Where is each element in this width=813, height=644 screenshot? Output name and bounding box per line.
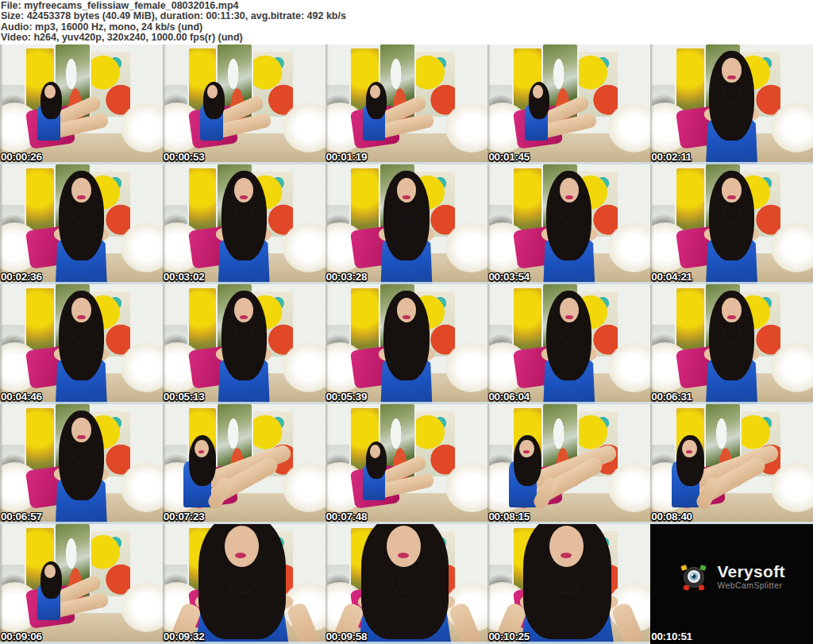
fluffy-pillow-right bbox=[283, 222, 325, 272]
frame-left-edge bbox=[650, 164, 653, 284]
logo-brand-text: Verysoft bbox=[717, 563, 784, 580]
fluffy-pillow-right bbox=[283, 462, 325, 512]
lips-shape bbox=[403, 195, 410, 199]
video-thumbnail: 00:01:45 bbox=[487, 44, 650, 164]
frame-left-edge bbox=[0, 44, 3, 164]
video-thumbnail: 00:05:39 bbox=[326, 284, 488, 404]
fluffy-pillow-right bbox=[283, 102, 325, 152]
timestamp-overlay: 00:05:13 bbox=[164, 391, 205, 403]
frame-left-edge bbox=[326, 284, 329, 404]
timestamp-overlay: 00:00:53 bbox=[164, 151, 205, 163]
file-name-line: File: myfreecams_felissiaw_female_080320… bbox=[1, 1, 813, 11]
video-thumbnail: 00:03:54 bbox=[487, 164, 650, 284]
frame-left-edge bbox=[650, 44, 653, 164]
necklace-shape bbox=[722, 211, 741, 223]
video-thumbnail: 00:06:31 bbox=[650, 284, 813, 404]
frame-left-edge bbox=[650, 404, 653, 524]
video-thumbnail: 00:09:32 bbox=[163, 524, 326, 644]
frame-left-edge bbox=[163, 284, 166, 404]
video-thumbnail: 00:05:13 bbox=[163, 284, 326, 404]
video-thumbnail: 00:03:02 bbox=[163, 164, 326, 284]
video-thumbnail: 00:07:48 bbox=[326, 404, 488, 524]
timestamp-overlay: 00:04:46 bbox=[1, 391, 42, 403]
frame-left-edge bbox=[487, 164, 491, 284]
timestamp-overlay: 00:09:06 bbox=[1, 631, 42, 642]
lips-shape bbox=[727, 75, 735, 79]
face-shape bbox=[519, 440, 534, 458]
necklace-shape bbox=[72, 331, 91, 343]
lips-shape bbox=[561, 553, 572, 558]
face-shape bbox=[44, 565, 55, 578]
video-thumbnail: 00:02:11 bbox=[650, 44, 813, 164]
timestamp-overlay: 00:10:51 bbox=[651, 631, 692, 642]
media-info-header: File: myfreecams_felissiaw_female_080320… bbox=[0, 0, 813, 44]
webcam-logo-icon bbox=[678, 561, 710, 593]
video-thumbnail: 00:09:58 bbox=[326, 524, 488, 644]
lips-shape bbox=[77, 435, 85, 439]
frame-left-edge bbox=[326, 44, 329, 164]
frame-left-edge bbox=[487, 284, 491, 404]
frame-left-edge bbox=[163, 44, 166, 164]
file-size-line: Size: 42453378 bytes (40.49 MiB), durati… bbox=[1, 11, 813, 21]
face-shape bbox=[195, 440, 209, 458]
video-thumbnail: 00:08:15 bbox=[487, 404, 650, 524]
frame-left-edge bbox=[650, 284, 653, 404]
timestamp-overlay: 00:06:57 bbox=[1, 511, 42, 523]
necklace-shape bbox=[722, 91, 741, 103]
video-info-line: Video: h264, yuv420p, 320x240, 1000.00 f… bbox=[1, 33, 813, 43]
timestamp-overlay: 00:07:48 bbox=[326, 511, 368, 523]
face-shape bbox=[225, 526, 259, 568]
face-shape bbox=[370, 445, 380, 458]
timestamp-overlay: 00:03:28 bbox=[326, 271, 368, 283]
necklace-shape bbox=[229, 578, 255, 594]
necklace-shape bbox=[391, 578, 418, 594]
timestamp-overlay: 00:06:04 bbox=[488, 391, 530, 403]
timestamp-overlay: 00:02:36 bbox=[1, 271, 42, 283]
frame-left-edge bbox=[163, 404, 166, 524]
frame-left-edge bbox=[0, 524, 3, 644]
timestamp-overlay: 00:01:45 bbox=[488, 151, 530, 163]
video-thumbnail: Verysoft WebCamSplitter 00:10:51 bbox=[650, 524, 813, 644]
video-thumbnail: 00:02:36 bbox=[0, 164, 163, 284]
video-thumbnail: 00:09:06 bbox=[0, 524, 163, 644]
necklace-shape bbox=[722, 331, 741, 343]
necklace-shape bbox=[398, 211, 416, 223]
timestamp-overlay: 00:01:19 bbox=[326, 151, 368, 163]
face-shape bbox=[533, 85, 543, 98]
video-thumbnail: 00:08:40 bbox=[650, 404, 813, 524]
video-thumbnail: 00:10:25 bbox=[487, 524, 650, 644]
lips-shape bbox=[727, 195, 735, 199]
lips-shape bbox=[403, 315, 410, 319]
frame-left-edge bbox=[487, 524, 491, 644]
video-thumbnail: 00:07:23 bbox=[163, 404, 326, 524]
frame-left-edge bbox=[163, 164, 166, 284]
timestamp-overlay: 00:04:21 bbox=[651, 271, 692, 283]
necklace-shape bbox=[72, 211, 91, 223]
frame-left-edge bbox=[487, 44, 491, 164]
video-thumbnail: 00:00:26 bbox=[0, 44, 163, 164]
timestamp-overlay: 00:07:23 bbox=[164, 511, 205, 523]
timestamp-overlay: 00:09:58 bbox=[326, 631, 368, 642]
necklace-shape bbox=[561, 331, 579, 343]
frame-left-edge bbox=[163, 524, 166, 644]
frame-left-edge bbox=[326, 404, 329, 524]
timestamp-overlay: 00:09:32 bbox=[164, 631, 205, 642]
face-shape bbox=[682, 440, 696, 458]
face-shape bbox=[44, 85, 55, 98]
necklace-shape bbox=[553, 578, 580, 594]
lips-shape bbox=[565, 195, 573, 199]
necklace-shape bbox=[398, 331, 416, 343]
lips-shape bbox=[240, 315, 248, 319]
face-shape bbox=[549, 526, 584, 568]
video-thumbnail: 00:04:46 bbox=[0, 284, 163, 404]
video-thumbnail: 00:03:28 bbox=[326, 164, 488, 284]
audio-info-line: Audio: mp3, 16000 Hz, mono, 24 kb/s (und… bbox=[1, 22, 813, 33]
video-thumbnail: 00:01:19 bbox=[326, 44, 488, 164]
frame-left-edge bbox=[326, 164, 329, 284]
necklace-shape bbox=[561, 211, 579, 223]
timestamp-overlay: 00:05:39 bbox=[326, 391, 368, 403]
timestamp-overlay: 00:02:11 bbox=[651, 151, 692, 163]
logo-product-text: WebCamSplitter bbox=[717, 580, 784, 591]
timestamp-overlay: 00:06:31 bbox=[651, 391, 692, 403]
lips-shape bbox=[77, 195, 85, 199]
